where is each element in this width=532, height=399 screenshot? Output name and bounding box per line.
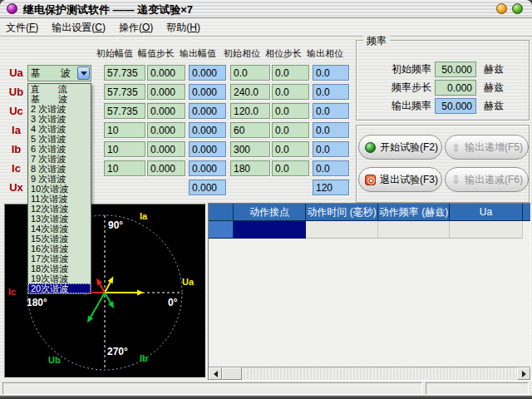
phasor-angle-90: 90° xyxy=(108,219,123,231)
exit-test-button[interactable]: 退出试验(F3) xyxy=(358,167,442,192)
system-menu-button[interactable] xyxy=(7,3,17,14)
phasor-angle-0: 0° xyxy=(168,297,177,308)
menu-item[interactable]: 操作(O) xyxy=(119,21,153,35)
phasor-angle-270: 270° xyxy=(107,346,128,357)
field-Uc-phase-step[interactable]: 0.0 xyxy=(272,103,309,119)
menu-item[interactable]: 帮助(H) xyxy=(166,21,200,35)
wave-option[interactable]: 8 次谐波 xyxy=(28,164,91,174)
field-Uc-init-amp[interactable]: 57.735 xyxy=(104,103,145,119)
field-Ib-phase-step[interactable]: 0.0 xyxy=(272,141,309,157)
wave-option[interactable]: 18次谐波 xyxy=(28,264,91,273)
field-Ib-amp-step[interactable]: 0.000 xyxy=(147,141,185,157)
field-Ia-phase-step[interactable]: 0.0 xyxy=(272,122,309,138)
field-Ua-init-phase[interactable]: 0.0 xyxy=(230,65,270,81)
field-Ua-out-amp: 0.000 xyxy=(189,65,226,81)
close-button[interactable] xyxy=(512,3,523,14)
result-col-header[interactable]: 动作频率 (赫兹) xyxy=(378,204,450,221)
vector-Uc xyxy=(96,278,105,293)
wave-option[interactable]: 14次谐波 xyxy=(28,224,91,234)
combo-dropdown-button[interactable] xyxy=(77,66,90,80)
exit-icon xyxy=(365,175,376,185)
result-cell-selected[interactable] xyxy=(234,221,306,239)
field-Ub-amp-step[interactable]: 0.000 xyxy=(147,84,185,100)
wave-option[interactable]: 16次谐波 xyxy=(28,244,91,254)
wave-option[interactable]: 6 次谐波 xyxy=(28,144,91,154)
field-Ic-init-phase[interactable]: 180 xyxy=(230,160,270,176)
field-Ub-init-phase[interactable]: 240.0 xyxy=(230,84,270,100)
arrow-down-icon xyxy=(451,174,461,186)
output-increase-label: 输出递增(F5) xyxy=(465,140,523,155)
result-col-header[interactable]: 动作接点 xyxy=(234,204,306,221)
field-Ua-phase-step[interactable]: 0.0 xyxy=(272,65,309,81)
scroll-left-icon xyxy=(214,371,218,377)
start-test-button[interactable]: 开始试验(F2) xyxy=(358,135,442,160)
status-panel-main xyxy=(2,382,422,395)
wave-option[interactable]: 13次谐波 xyxy=(28,214,91,224)
scrollbar-thumb[interactable] xyxy=(222,367,242,380)
wave-option[interactable]: 11次谐波 xyxy=(28,194,91,204)
scroll-left-button[interactable] xyxy=(209,367,222,380)
wave-option[interactable]: 9 次谐波 xyxy=(28,174,91,184)
field-Ux-out-phase: 120 xyxy=(313,180,349,195)
arrow-up-icon xyxy=(451,141,461,154)
wave-select-combo[interactable]: 基 波 xyxy=(27,65,91,81)
result-col-header[interactable] xyxy=(209,204,234,221)
wave-option[interactable]: 基 波 xyxy=(28,94,91,104)
field-Ic-init-amp[interactable]: 10 xyxy=(104,160,145,176)
menu-item[interactable]: 文件(F) xyxy=(6,21,38,35)
wave-option[interactable]: 17次谐波 xyxy=(28,254,91,264)
field-Ib-init-amp[interactable]: 10 xyxy=(104,141,145,157)
minimize-button[interactable] xyxy=(496,3,507,14)
wave-option[interactable]: 12次谐波 xyxy=(28,204,91,214)
field-Ia-init-amp[interactable]: 10 xyxy=(104,122,145,138)
field-Ia-init-phase[interactable]: 60 xyxy=(230,122,270,138)
phasor-label-Ub: Ub xyxy=(48,355,61,365)
window-bottom-edge xyxy=(0,396,532,399)
result-cell[interactable] xyxy=(450,221,523,239)
freq-field-freq-step[interactable]: 0.000 xyxy=(435,80,476,96)
result-cell[interactable] xyxy=(306,221,378,239)
menu-item[interactable]: 输出设置(C) xyxy=(52,21,106,35)
field-Ic-amp-step[interactable]: 0.000 xyxy=(147,160,185,176)
channel-label-Ia: Ia xyxy=(6,124,27,136)
exit-test-label: 退出试验(F3) xyxy=(380,173,438,187)
wave-option[interactable]: 4 次谐波 xyxy=(28,124,91,134)
wave-option[interactable]: 2 次谐波 xyxy=(28,104,91,114)
result-col-header[interactable]: Ua xyxy=(450,204,523,221)
wave-option[interactable]: 直 流 xyxy=(28,84,91,94)
wave-option[interactable]: 3 次谐波 xyxy=(28,114,91,124)
field-Ua-init-amp[interactable]: 57.735 xyxy=(104,65,145,81)
wave-option[interactable]: 19次谐波 xyxy=(28,273,91,283)
app-window: 继电保护测试软件 —— 递变试验×7 文件(F)输出设置(C)操作(O)帮助(H… xyxy=(0,0,532,399)
field-Ic-phase-step[interactable]: 0.0 xyxy=(272,160,309,176)
field-Ua-out-phase: 0.0 xyxy=(313,65,349,81)
channel-label-Ua: Ua xyxy=(6,66,27,79)
vector-Ub xyxy=(87,293,105,323)
wave-select-value: 基 波 xyxy=(28,66,77,81)
wave-option[interactable]: 7 次谐波 xyxy=(28,154,91,164)
wave-option[interactable]: 15次谐波 xyxy=(28,234,91,244)
field-Ia-amp-step[interactable]: 0.000 xyxy=(147,122,185,138)
control-buttons-panel: 开始试验(F2) 输出递增(F5) 退出试验(F3) 输出递减(F6) xyxy=(356,125,530,203)
column-header-init-amp: 初始幅值 xyxy=(92,47,137,60)
freq-field-init-freq[interactable]: 50.000 xyxy=(435,62,476,77)
scroll-right-button[interactable] xyxy=(517,367,530,380)
field-Ib-init-phase[interactable]: 300 xyxy=(230,141,270,157)
wave-option[interactable]: 5 次谐波 xyxy=(28,134,91,144)
field-Uc-amp-step[interactable]: 0.000 xyxy=(147,103,185,119)
field-Uc-out-amp: 0.000 xyxy=(189,103,226,119)
wave-option[interactable]: 10次谐波 xyxy=(28,184,91,194)
frequency-group: 频率 初始频率50.000赫兹频率步长0.000赫兹输出频率50.000赫兹 xyxy=(356,40,530,121)
field-Uc-init-phase[interactable]: 120.0 xyxy=(230,103,270,119)
wave-option[interactable]: 20次谐波 xyxy=(28,283,91,293)
scrollbar-track[interactable] xyxy=(242,367,517,380)
field-Ub-phase-step[interactable]: 0.0 xyxy=(272,84,309,100)
field-Ic-out-phase: 0.0 xyxy=(313,160,349,176)
field-Ia-out-phase: 0.0 xyxy=(313,122,349,138)
phasor-label-Ia: Ia xyxy=(140,211,147,221)
result-cell-rowheader[interactable] xyxy=(209,221,234,239)
result-col-header[interactable]: 动作时间 (毫秒) xyxy=(306,204,378,221)
field-Ua-amp-step[interactable]: 0.000 xyxy=(147,65,185,81)
field-Ub-init-amp[interactable]: 57.735 xyxy=(104,84,145,100)
result-cell[interactable] xyxy=(378,221,450,239)
